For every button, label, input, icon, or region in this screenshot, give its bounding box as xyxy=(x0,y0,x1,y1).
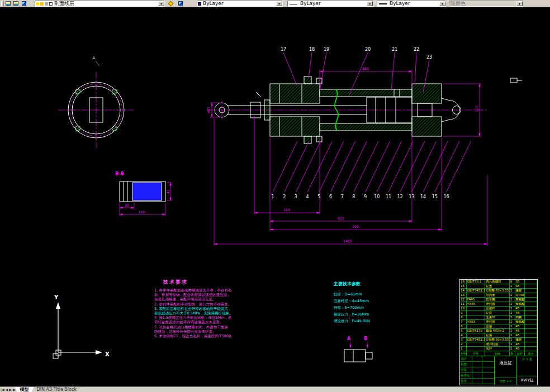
ucs-icon: Y X xyxy=(53,294,110,358)
detail-label-b: B xyxy=(364,336,367,341)
tab-layout-din-a3[interactable]: DIN A3 Title Block xyxy=(32,387,82,392)
lineweight-combo[interactable]: ByLayer ▾ xyxy=(377,1,446,7)
detail-label-a: A xyxy=(347,336,351,341)
section-b-b-detail: B-B 30 110 45 xyxy=(115,171,172,216)
title-block: 16GB/T70.1内六角螺钉63515缸盖14514GB/T3452.1O形圈… xyxy=(459,279,538,385)
dim-height: 155 xyxy=(475,106,478,112)
parts-list-row: 10活塞杆145 xyxy=(460,307,537,311)
parts-list-row: 5GB/T6170螺母 M33×2145 xyxy=(460,329,537,333)
callout-label-bottom: 15 xyxy=(432,194,438,199)
layer-states-icon[interactable] xyxy=(12,0,20,7)
color-combo[interactable]: ByLayer ▾ xyxy=(197,1,283,7)
scale-label: 比例 xyxy=(500,379,506,383)
layer-combo-arrow[interactable]: ▾ xyxy=(158,1,164,6)
callout-label-bottom: 6 xyxy=(329,194,332,199)
linetype-combo-value: ByLayer xyxy=(299,1,321,6)
callout-label-top: 18 xyxy=(309,47,315,52)
next-tab-button[interactable]: ▶ xyxy=(9,388,12,392)
layer-previous-icon[interactable] xyxy=(177,0,184,7)
parts-list-row: 13导向套1QT400 xyxy=(460,293,537,298)
color-combo-arrow[interactable]: ▾ xyxy=(276,1,282,6)
parts-list-row: 1耳环145 xyxy=(460,347,537,351)
layer-lock-icon xyxy=(45,2,48,6)
parts-list-header: 序号代号名称数量材料备注 xyxy=(460,351,537,356)
layer-color-swatch xyxy=(49,2,53,6)
layer-blue-icon xyxy=(22,1,26,6)
parts-list-row: 8支承环2四氟 xyxy=(460,315,537,320)
tab-model[interactable]: 模型 xyxy=(15,387,34,392)
make-object-layer-current-icon[interactable] xyxy=(167,0,174,7)
drawing-canvas[interactable]: A B-B 30 110 45 xyxy=(0,7,550,386)
layer-previous-glyph-icon xyxy=(178,1,183,6)
signature-row: 审核 xyxy=(460,367,494,373)
detail-a-b: A B xyxy=(344,336,372,362)
toolbar-grip[interactable] xyxy=(1,1,4,6)
signature-row: 设计 xyxy=(460,356,494,362)
part-name: 液压缸 xyxy=(495,356,516,377)
blue-part-section xyxy=(132,183,162,200)
callout-label-bottom: 7 xyxy=(341,194,344,199)
title-block-bottom: 设计制图审核标准化批准 液压缸 比例 1:2 共 1 张 XWY缸 xyxy=(460,356,537,385)
section-b-b-label: B-B xyxy=(115,171,124,176)
tech-requirements-title: 技术要求 xyxy=(163,279,267,286)
diamond-icon xyxy=(168,1,174,6)
technical-requirements: 技术要求 1. 各零件装配前必须用煤油清洗干净，不得有毛刺、铁屑等杂物，配合表面… xyxy=(154,279,267,338)
callout-label-top: 22 xyxy=(414,47,419,52)
parts-list-row: 3GB/T3452.1O形圈 50×3.551橡胶 xyxy=(460,338,537,342)
ucs-x-label: X xyxy=(105,351,110,357)
callout-label-top: 17 xyxy=(281,47,286,52)
lineweight-sample-icon xyxy=(379,3,387,4)
layer-properties-icon[interactable] xyxy=(4,0,12,7)
tech-parameter-line: 行程：S=700mm xyxy=(334,304,401,311)
tech-note-line: 5. 试验合格后油口用螺塞封闭，外露加工面涂 xyxy=(154,325,267,329)
linetype-combo[interactable]: ByLayer ▾ xyxy=(287,1,373,7)
parts-list-row: 15缸盖145 xyxy=(460,284,537,289)
roughness-symbol xyxy=(510,78,517,83)
object-properties-toolbar: 剖面线层 ▾ ByLayer ▾ ByLayer ▾ ByLayer ▾ 随颜色… xyxy=(0,0,550,7)
tech-note-line: 最低起动压力不大于0.5MPa，无阻滞爬行现象。 xyxy=(154,311,267,315)
signature-row: 批准 xyxy=(460,379,494,384)
first-tab-button[interactable]: |◀ xyxy=(1,388,4,392)
callout-label-top: 20 xyxy=(365,47,371,52)
color-combo-value: ByLayer xyxy=(202,1,224,6)
callout-label-bottom: 16 xyxy=(443,194,449,199)
plot-style-arrow: ▾ xyxy=(516,1,523,6)
scale-value: 1:2 xyxy=(506,379,511,383)
tech-parameter-line: 活塞杆径：d=45mm xyxy=(334,298,401,304)
color-swatch xyxy=(198,2,201,6)
layer-combo[interactable]: 剖面线层 ▾ xyxy=(35,1,165,7)
dim-rod: φ45 xyxy=(206,107,211,113)
tech-note-line: 6. 未注倒角C1，锐边去毛刺，涂漆按JB/T5000。 xyxy=(154,334,267,338)
parts-list-row: 16GB/T70.1内六角螺钉635 xyxy=(460,280,537,284)
layer-stack-icon xyxy=(13,1,18,6)
linetype-combo-arrow[interactable]: ▾ xyxy=(367,1,373,6)
tech-note-line: 2. 密封件装配时不得划伤，唇口方向不得装反。 xyxy=(154,302,267,307)
parts-list-row: 7YX63密封圈1聚氨酯 xyxy=(460,320,537,324)
plot-style-combo: 随颜色 ▾ xyxy=(449,1,523,7)
callout-label-bottom: 13 xyxy=(409,194,414,199)
prev-tab-button[interactable]: ◀ xyxy=(6,388,8,392)
callout-label-top: 21 xyxy=(392,47,397,52)
layer-combo-value: 剖面线层 xyxy=(53,1,74,6)
dim-tube: 560 xyxy=(362,66,369,70)
tech-note-line: 油道孔须畅通，装配环境应清洁无尘。 xyxy=(154,297,267,302)
callout-label-bottom: 1 xyxy=(271,194,274,199)
tech-parameter-line: 缸径：D=63mm xyxy=(334,291,401,298)
signature-row: 制图 xyxy=(460,362,494,367)
lineweight-combo-arrow[interactable]: ▾ xyxy=(439,1,445,6)
parts-list-row: 11YX45密封圈1聚氨酯 xyxy=(460,302,537,307)
tech-requirements-body: 1. 各零件装配前必须用煤油清洗干净，不得有毛刺、铁屑等杂物，配合表面涂以清洁的… xyxy=(154,288,267,338)
tech-parameter-line: 额定压力：P=16MPa xyxy=(334,311,401,318)
sheet-cell: 共 1 张 xyxy=(517,356,537,376)
layer-manager-icon[interactable] xyxy=(20,0,27,7)
dim-d1: 115 xyxy=(283,208,290,212)
dim-bb-b: 110 xyxy=(138,210,145,214)
callout-label-bottom: 8 xyxy=(352,194,355,199)
callout-label-bottom: 9 xyxy=(364,194,367,199)
parts-list-row: 4缸底145 xyxy=(460,333,537,338)
callout-label-top: 23 xyxy=(426,55,432,60)
tech-note-line: 1. 各零件装配前必须用煤油清洗干净，不得有毛 xyxy=(154,288,267,293)
ucs-y-label: Y xyxy=(54,294,59,300)
section-arrow-label: A xyxy=(93,56,96,60)
lineweight-combo-value: ByLayer xyxy=(388,1,410,6)
